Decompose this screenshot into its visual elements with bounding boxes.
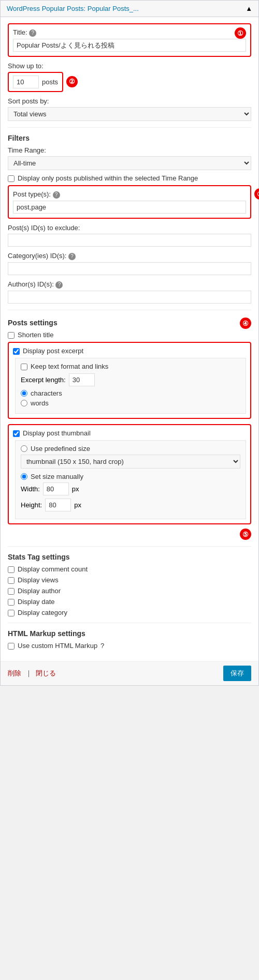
time-range-label: Time Range: [8, 146, 251, 154]
title-label: Title: ? [13, 28, 36, 37]
keep-text-format-checkbox[interactable] [21, 364, 27, 370]
category-ids-label: Category(ies) ID(s): ? [8, 252, 251, 260]
predefined-size-radio[interactable] [21, 445, 27, 452]
height-unit: px [74, 501, 81, 509]
widget-body: Title: ? ① Show up to: posts ② Sort post… [1, 17, 258, 661]
badge-2: ② [66, 76, 78, 87]
display-excerpt-checkbox[interactable] [13, 348, 20, 355]
html-markup-help-icon[interactable]: ? [100, 642, 104, 650]
divider-1 [8, 127, 251, 128]
manual-size-radio[interactable] [21, 473, 27, 480]
display-date-label: Display date [18, 598, 55, 606]
stats-tag-section: Stats Tag settings Display comment count… [8, 553, 251, 616]
display-excerpt-label: Display post excerpt [23, 347, 83, 355]
post-types-label-text: Post type(s): [13, 190, 51, 198]
author-ids-label-text: Author(s) ID(s): [8, 280, 54, 288]
display-category-label: Display category [18, 609, 67, 616]
posts-settings-section: Posts settings ④ Shorten title Display p… [8, 316, 251, 540]
use-custom-html-checkbox[interactable] [8, 643, 15, 650]
widget-title-main: WordPress Popular Posts: [7, 5, 85, 12]
excerpt-length-input[interactable] [69, 373, 95, 386]
title-help-icon[interactable]: ? [29, 29, 36, 37]
post-types-input[interactable] [13, 201, 246, 214]
display-date-row: Display date [8, 598, 251, 606]
post-types-box: Post type(s): ? [8, 185, 251, 219]
divider-2 [8, 310, 251, 310]
width-input[interactable] [43, 483, 69, 495]
display-author-label: Display author [18, 587, 61, 595]
display-author-row: Display author [8, 587, 251, 595]
collapse-icon[interactable]: ▲ [246, 5, 252, 12]
filters-title: Filters [8, 134, 251, 142]
close-link[interactable]: 閉じる [36, 669, 56, 677]
use-custom-html-label: Use custom HTML Markup [18, 642, 97, 650]
characters-radio-row: characters [21, 389, 240, 397]
height-label: Height: [21, 501, 42, 509]
thumbnail-options-box: Use predefined size thumbnail (150 x 150… [15, 440, 246, 519]
badge-4: ④ [240, 318, 251, 329]
filters-section: Filters Time Range: All-time Last 24 hou… [8, 134, 251, 304]
sort-posts-select[interactable]: Total views Comments Average views [8, 107, 251, 121]
display-date-checkbox[interactable] [8, 599, 15, 606]
badge-3: ③ [254, 188, 259, 200]
html-markup-section: HTML Markup settings Use custom HTML Mar… [8, 629, 251, 650]
width-unit: px [72, 485, 79, 493]
words-radio[interactable] [21, 400, 27, 406]
predefined-size-label: Use predefined size [31, 445, 90, 453]
width-label: Width: [21, 485, 40, 493]
show-up-to-label: Show up to: [8, 62, 251, 70]
author-ids-row: Author(s) ID(s): ? [8, 280, 251, 304]
display-author-checkbox[interactable] [8, 588, 15, 595]
excerpt-options-box: Keep text format and links Excerpt lengt… [15, 358, 246, 414]
height-input[interactable] [45, 499, 71, 511]
widget-footer: 削除 ｜ 閉じる 保存 [1, 661, 258, 685]
excerpt-length-label: Excerpt length: [21, 376, 66, 384]
display-only-label: Display only posts published within the … [18, 174, 198, 182]
display-thumbnail-checkbox[interactable] [13, 430, 20, 437]
save-button[interactable]: 保存 [223, 666, 251, 681]
display-only-checkbox[interactable] [8, 175, 15, 182]
post-types-help-icon[interactable]: ? [53, 191, 60, 199]
sort-posts-label: Sort posts by: [8, 97, 251, 105]
shorten-title-row: Shorten title [8, 331, 251, 339]
display-views-checkbox[interactable] [8, 577, 15, 584]
category-ids-help-icon[interactable]: ? [68, 253, 76, 260]
display-only-row: Display only posts published within the … [8, 174, 251, 182]
predefined-size-select[interactable]: thumbnail (150 x 150, hard crop) medium … [21, 455, 240, 469]
title-section-box: Title: ? ① [8, 23, 251, 57]
widget-header[interactable]: WordPress Popular Posts: Popular Posts_.… [1, 1, 258, 17]
keep-text-format-label: Keep text format and links [31, 363, 108, 370]
footer-links: 削除 ｜ 閉じる [8, 669, 56, 678]
post-ids-exclude-label: Post(s) ID(s) to exclude: [8, 224, 251, 232]
shorten-title-checkbox[interactable] [8, 332, 15, 339]
manual-size-label: Set size manually [31, 473, 83, 480]
delete-link[interactable]: 削除 [8, 669, 21, 677]
post-ids-exclude-input[interactable] [8, 234, 251, 247]
display-comment-count-label: Display comment count [18, 565, 88, 573]
display-comment-count-checkbox[interactable] [8, 566, 15, 573]
display-views-label: Display views [18, 576, 59, 584]
posts-settings-title: Posts settings [8, 319, 57, 327]
category-ids-input[interactable] [8, 262, 251, 275]
show-up-to-box: posts [8, 72, 63, 92]
display-category-checkbox[interactable] [8, 610, 15, 616]
author-ids-input[interactable] [8, 291, 251, 304]
use-custom-html-row: Use custom HTML Markup ? [8, 642, 251, 650]
time-range-select[interactable]: All-time Last 24 hours Last 7 days Last … [8, 156, 251, 170]
characters-radio[interactable] [21, 390, 27, 397]
author-ids-help-icon[interactable]: ? [55, 281, 63, 289]
manual-size-radio-row: Set size manually [21, 473, 240, 480]
widget-header-title: WordPress Popular Posts: Popular Posts_.… [7, 5, 139, 12]
predefined-size-radio-row: Use predefined size [21, 445, 240, 453]
stats-tag-title: Stats Tag settings [8, 553, 251, 561]
width-row: Width: px [21, 483, 240, 495]
show-up-to-input[interactable] [13, 76, 39, 88]
display-thumbnail-box: Display post thumbnail Use predefined si… [8, 424, 251, 524]
author-ids-label: Author(s) ID(s): ? [8, 280, 251, 289]
display-category-row: Display category [8, 609, 251, 616]
badge-1: ① [235, 27, 246, 39]
title-input[interactable] [13, 39, 246, 52]
characters-label: characters [31, 389, 62, 397]
display-thumbnail-label: Display post thumbnail [23, 429, 91, 437]
post-types-label: Post type(s): ? [13, 190, 246, 199]
